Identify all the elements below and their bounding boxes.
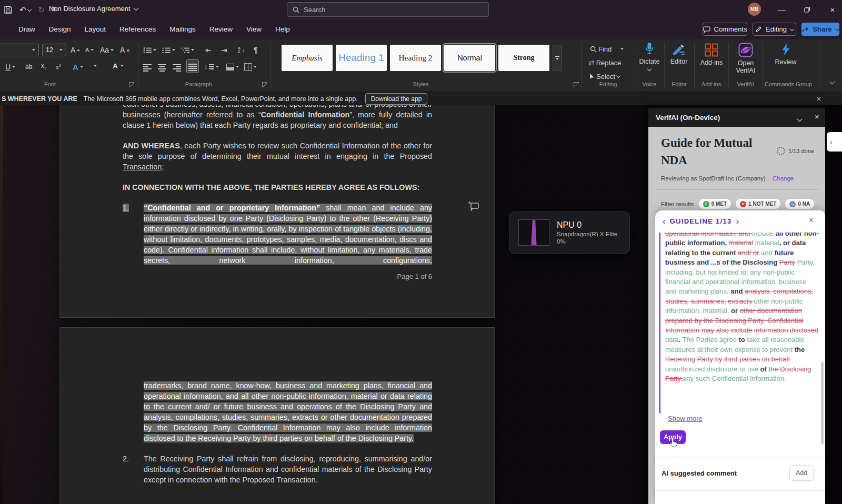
avatar[interactable]: MB	[748, 3, 761, 16]
borders-icon	[244, 63, 252, 71]
restore-button[interactable]	[796, 0, 819, 19]
voice-group-label: Voice	[635, 81, 664, 87]
tab-review[interactable]: Review	[203, 25, 239, 33]
panel-expand-tab[interactable]: ‹	[827, 132, 842, 152]
open-verifai-button[interactable]: Open VerifAI	[729, 43, 762, 75]
shading-button[interactable]	[226, 61, 239, 73]
redo-icon[interactable]: ↻	[38, 6, 45, 14]
comments-icon	[703, 26, 710, 33]
superscript-button[interactable]: x2	[56, 61, 61, 73]
bullets-button[interactable]	[143, 44, 156, 56]
align-right-button[interactable]	[173, 61, 181, 73]
increase-indent-button[interactable]: ⇥	[221, 44, 227, 56]
borders-button[interactable]	[244, 61, 257, 73]
styles-more-button[interactable]	[553, 45, 562, 71]
style-card-label: Heading 1	[338, 52, 384, 64]
strikethrough-button[interactable]: ab	[25, 61, 32, 73]
highlight-color-button[interactable]	[91, 59, 97, 72]
change-case-button[interactable]: Aa	[100, 44, 114, 56]
tab-draw[interactable]: Draw	[12, 25, 42, 33]
tab-references[interactable]: References	[113, 25, 163, 33]
paragraph-group-label: Paragraph	[179, 81, 218, 87]
panel-scrollbar[interactable]	[821, 362, 824, 444]
guideline-close-icon[interactable]: ×	[809, 216, 814, 225]
grow-font-button[interactable]: A	[71, 44, 80, 56]
panel-close-icon[interactable]: ×	[815, 112, 819, 121]
align-center-button[interactable]	[158, 61, 166, 73]
decrease-indent-button[interactable]: ⇤	[205, 44, 212, 56]
filter-pill-0-na[interactable]: –0 NA	[785, 198, 815, 209]
document-page-1[interactable]: each other's business, assets, financial…	[59, 105, 495, 318]
shrink-font-button[interactable]: A	[85, 44, 94, 56]
filter-pill-1-not-met[interactable]: ×1 NOT MET	[735, 198, 781, 209]
review-command-button[interactable]: Review	[767, 43, 804, 66]
style-card-heading-2[interactable]: Heading 2	[390, 45, 441, 71]
style-card-normal[interactable]: Normal	[444, 45, 495, 71]
hand-cursor-icon	[669, 437, 678, 447]
pill-label: 0 NA	[798, 201, 810, 207]
clear-formatting-button[interactable]: A◆	[120, 44, 130, 56]
tab-view[interactable]: View	[239, 25, 268, 33]
show-more-link[interactable]: Show more	[668, 415, 703, 422]
verifai-logo-icon	[738, 43, 753, 57]
justify-button[interactable]	[186, 59, 199, 73]
style-card-strong[interactable]: Strong	[498, 45, 549, 71]
editing-mode-button[interactable]: Editing	[753, 23, 796, 36]
notification-close-icon[interactable]: ×	[817, 95, 821, 103]
undo-button[interactable]: ↶	[19, 6, 31, 14]
npu-chip-name: Snapdragon(R) X Elite	[557, 230, 617, 238]
multilevel-list-button[interactable]	[181, 44, 194, 56]
verifai-group-label: VerifAI	[728, 81, 763, 87]
text-effects-button[interactable]: A	[73, 61, 83, 73]
addins-button[interactable]: Add-ins	[696, 43, 727, 66]
text-run: trademarks, brand name, know-how, busine…	[144, 381, 432, 442]
numbered-paragraph: 1.“Confidential and or proprietary Infor…	[123, 203, 432, 266]
document-title[interactable]: Non Disclosure Agreement	[49, 5, 138, 13]
subscript-button[interactable]: x2	[41, 61, 46, 73]
find-button[interactable]: Find	[590, 43, 624, 55]
close-button[interactable]: ×	[821, 0, 842, 19]
style-card-heading-1[interactable]: Heading 1	[336, 45, 387, 71]
panel-collapse-icon[interactable]	[798, 114, 801, 123]
save-icon[interactable]	[4, 6, 12, 14]
replace-button[interactable]: ⇄Replace	[588, 56, 621, 69]
paragraph-dialog-launcher-icon[interactable]	[262, 82, 267, 87]
font-name-combo[interactable]	[0, 44, 39, 56]
styles-dialog-launcher-icon[interactable]	[574, 82, 579, 87]
tab-design[interactable]: Design	[42, 25, 78, 33]
font-dialog-launcher-icon[interactable]	[129, 82, 134, 87]
comment-plus-icon	[468, 201, 479, 211]
share-button[interactable]: Share	[801, 23, 839, 36]
editor-button[interactable]: Editor	[665, 43, 693, 65]
style-card-emphasis[interactable]: Emphasis	[282, 45, 333, 71]
comments-button[interactable]: Comments	[703, 23, 747, 36]
search-input[interactable]: Search	[287, 2, 489, 17]
next-guideline-icon[interactable]: ›	[736, 217, 739, 226]
diff-inserted-text: include	[752, 233, 776, 237]
minimize-button[interactable]: —	[770, 0, 793, 19]
document-page-2[interactable]: trademarks, brand name, know-how, busine…	[59, 327, 495, 504]
download-app-button[interactable]: Download the app	[365, 93, 428, 105]
line-spacing-button[interactable]: ↕	[204, 61, 219, 73]
font-size-combo[interactable]: 12	[42, 44, 66, 56]
redline-diff-block[interactable]: operational information, and include all…	[659, 233, 819, 414]
diff-unchanged-text: the	[795, 346, 805, 354]
font-color-button[interactable]: A	[112, 59, 124, 72]
change-link[interactable]: Change	[773, 175, 794, 182]
sort-button[interactable]: AZ↓	[238, 44, 245, 56]
dictate-button[interactable]: Dictate	[637, 42, 662, 70]
search-placeholder: Search	[304, 6, 325, 14]
tab-mailings[interactable]: Mailings	[163, 25, 203, 33]
tab-layout[interactable]: Layout	[78, 25, 113, 33]
show-paragraph-marks-button[interactable]: ¶	[254, 44, 258, 56]
tab-help[interactable]: Help	[268, 25, 297, 33]
previous-guideline-icon[interactable]: ‹	[663, 217, 666, 226]
underline-button[interactable]: U	[5, 61, 15, 73]
filter-pill-0-met[interactable]: ✓0 MET	[698, 198, 731, 209]
add-comment-button[interactable]: Add	[789, 465, 814, 481]
numbering-button[interactable]	[162, 44, 175, 56]
editing-label: Editing	[766, 25, 787, 33]
add-comment-button[interactable]	[466, 199, 482, 214]
collapse-ribbon-icon[interactable]	[830, 79, 835, 85]
align-left-button[interactable]	[143, 61, 152, 73]
